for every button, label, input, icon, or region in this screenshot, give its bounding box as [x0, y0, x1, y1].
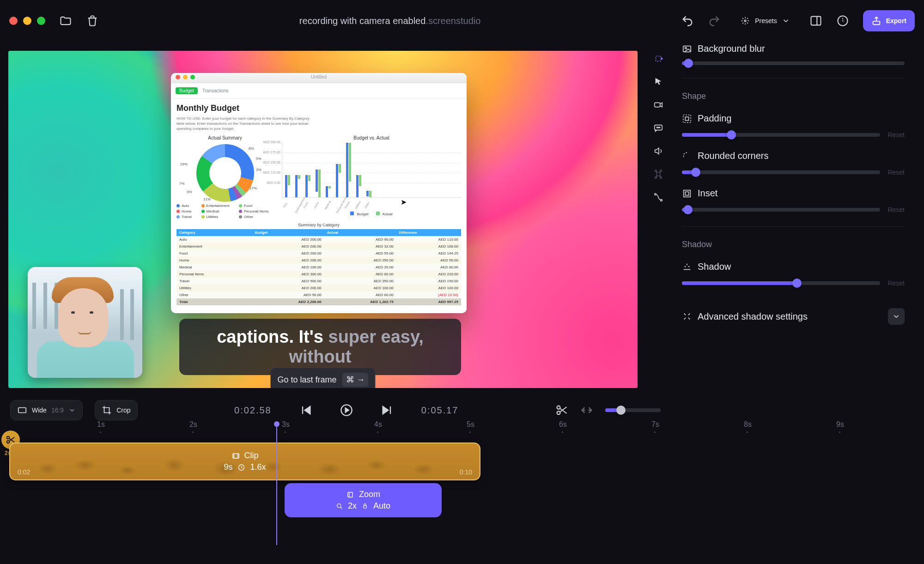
- play-icon[interactable]: [340, 404, 353, 417]
- timeline-zoom-slider[interactable]: [605, 408, 661, 412]
- svg-point-12: [661, 200, 663, 201]
- undo-icon[interactable]: [681, 14, 694, 27]
- clock-icon[interactable]: [836, 14, 849, 27]
- svg-rect-27: [348, 492, 353, 497]
- zoom-segment[interactable]: Zoom 2x Auto: [285, 483, 442, 517]
- svg-point-0: [744, 20, 746, 22]
- donut-legend: Auto Entertainment Food Home Medical Per…: [176, 204, 274, 219]
- padding-slider[interactable]: [682, 133, 880, 137]
- rounded-slider[interactable]: [682, 170, 880, 174]
- audio-tool-icon[interactable]: [653, 146, 663, 156]
- export-button[interactable]: Export: [863, 10, 915, 31]
- section-shadow: Shadow: [682, 240, 905, 249]
- svg-point-21: [557, 406, 560, 409]
- bar-legend: Budget Actual: [282, 212, 461, 216]
- shadow-icon: [682, 262, 692, 272]
- cursor-tool-icon[interactable]: [653, 77, 663, 87]
- svg-rect-29: [364, 505, 367, 508]
- go-to-last-frame-tooltip: Go to last frame ⌘ →: [270, 368, 375, 388]
- advanced-expand[interactable]: [888, 308, 905, 325]
- caption-overlay: captions. It's super easy, without: [179, 319, 461, 375]
- svg-point-14: [685, 47, 687, 49]
- shortcut-cmd-icon[interactable]: [653, 169, 663, 179]
- stretch-icon[interactable]: [580, 404, 593, 417]
- padding-icon: [682, 114, 692, 124]
- playhead[interactable]: [276, 425, 277, 545]
- svg-rect-15: [683, 115, 691, 122]
- advanced-label: Advanced shadow settings: [698, 311, 808, 322]
- clip-segment[interactable]: 0:02 0:10 Clip 9s 1.6x: [9, 443, 480, 480]
- padding-reset[interactable]: Reset: [888, 131, 905, 139]
- folder-icon[interactable]: [59, 14, 72, 27]
- rounded-reset[interactable]: Reset: [888, 169, 905, 176]
- trash-icon[interactable]: [86, 14, 99, 27]
- aspect-ratio-button[interactable]: Wide 16:9: [10, 400, 83, 420]
- inset-icon: [682, 188, 692, 199]
- sheet-title: Monthly Budget: [176, 103, 461, 113]
- inset-label: Inset: [698, 188, 717, 199]
- window-controls[interactable]: [9, 17, 45, 25]
- inset-slider[interactable]: [682, 208, 880, 212]
- svg-rect-17: [684, 190, 691, 197]
- rounded-label: Rounded corners: [698, 151, 768, 161]
- curve-tool-icon[interactable]: [653, 192, 663, 202]
- donut-chart: [196, 144, 254, 202]
- svg-point-28: [337, 503, 341, 507]
- shadow-slider[interactable]: [682, 281, 880, 285]
- section-shape: Shape: [682, 91, 905, 101]
- svg-rect-19: [18, 408, 26, 413]
- timeline-ruler[interactable]: 1s2s3s4s5s6s7s8s9s10s: [0, 420, 924, 434]
- svg-point-22: [557, 411, 560, 414]
- prev-frame-icon[interactable]: [299, 404, 312, 417]
- recording-window: Untitled Budget Transactions Monthly Bud…: [171, 73, 467, 313]
- svg-point-10: [659, 127, 660, 128]
- next-frame-icon[interactable]: [381, 404, 394, 417]
- layout-icon[interactable]: [809, 14, 822, 27]
- svg-rect-4: [656, 56, 661, 61]
- corner-radius-icon: [682, 151, 692, 161]
- bg-blur-slider[interactable]: [682, 61, 905, 65]
- padding-label: Padding: [698, 113, 731, 124]
- svg-rect-1: [811, 17, 821, 25]
- inset-reset[interactable]: Reset: [888, 206, 905, 213]
- presets-dropdown[interactable]: Presets: [735, 12, 795, 30]
- svg-point-5: [661, 58, 663, 60]
- time-duration: 0:05.17: [421, 405, 459, 416]
- svg-point-8: [657, 127, 657, 128]
- svg-point-24: [7, 441, 10, 443]
- image-icon: [682, 44, 692, 54]
- redo-icon[interactable]: [708, 14, 721, 27]
- svg-rect-13: [683, 46, 691, 52]
- svg-rect-3: [873, 21, 880, 24]
- mouse-cursor-icon: ➤: [401, 198, 407, 206]
- svg-point-23: [7, 437, 10, 439]
- time-current: 0:02.58: [234, 405, 272, 416]
- captions-tool-icon[interactable]: [653, 123, 663, 133]
- camera-pip[interactable]: [28, 267, 142, 378]
- crop-button[interactable]: Crop: [95, 400, 137, 420]
- scissors-icon[interactable]: [555, 404, 568, 417]
- shadow-label: Shadow: [698, 261, 731, 272]
- advanced-icon: [682, 311, 692, 321]
- shadow-reset[interactable]: Reset: [888, 279, 905, 287]
- inspector-panel[interactable]: Background blur Shape Padding: [679, 42, 916, 388]
- svg-point-11: [655, 194, 657, 195]
- summary-table: Category Budget Actual Difference AutoAE…: [176, 229, 461, 305]
- svg-rect-6: [655, 103, 660, 107]
- frame-tool-icon[interactable]: [653, 54, 663, 64]
- svg-point-9: [658, 127, 659, 128]
- svg-rect-16: [685, 117, 688, 120]
- bg-blur-label: Background blur: [698, 43, 765, 54]
- document-title: recording with camera enabled.screenstud…: [99, 16, 681, 26]
- camera-tool-icon[interactable]: [653, 100, 663, 110]
- preview-canvas[interactable]: Untitled Budget Transactions Monthly Bud…: [8, 51, 638, 388]
- bar-chart: AED 500.00 AED 375.00 AED 250.00 AED 125…: [282, 142, 461, 198]
- svg-rect-18: [685, 192, 688, 195]
